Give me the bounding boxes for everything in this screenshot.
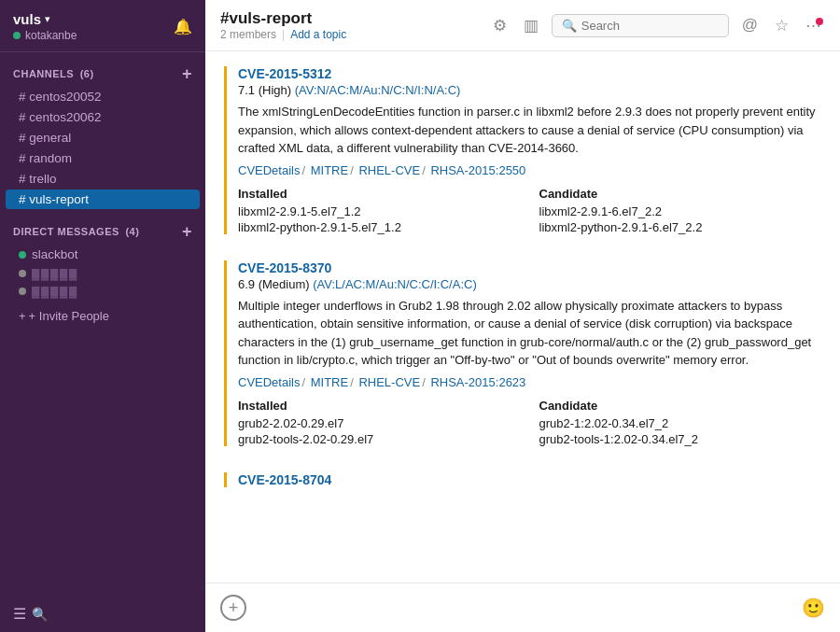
search-input[interactable]	[581, 19, 703, 33]
header-icons: ⚙ ▥ 🔍 @ ☆ ⋯	[489, 12, 825, 39]
username: kotakanbe	[25, 29, 77, 42]
invite-people-label: + Invite People	[29, 309, 109, 323]
add-dm-button[interactable]: +	[182, 223, 192, 240]
rhsa-link-1[interactable]: RHSA-2015:2550	[430, 163, 525, 177]
severity-vector-link-2[interactable]: (AV:L/AC:M/Au:N/C:C/I:C/A:C)	[313, 277, 477, 291]
dm-label: ▓▓▓▓▓	[32, 286, 78, 297]
meta-separator: |	[282, 28, 285, 41]
add-attachment-button[interactable]: +	[220, 595, 246, 621]
search-icon: 🔍	[562, 19, 577, 33]
cve-severity-1: 7.1 (High) (AV:N/AC:M/Au:N/C:N/I:N/A:C)	[238, 83, 821, 97]
channel-meta: 2 members | Add a topic	[220, 28, 346, 41]
installed-header-1: Installed	[238, 187, 521, 201]
sidebar-item-random[interactable]: # random	[6, 148, 200, 168]
channel-label: # centos20062	[19, 110, 102, 124]
channel-label: # random	[19, 151, 72, 165]
sidebar-item-general[interactable]: # general	[6, 128, 200, 147]
dm-offline-dot	[19, 270, 26, 277]
dm-item-3[interactable]: ▓▓▓▓▓	[6, 283, 200, 300]
mitre-link-2[interactable]: MITRE	[311, 375, 348, 389]
cve-desc-2: Multiple integer underflows in Grub2 1.9…	[238, 297, 821, 370]
cve-id-3[interactable]: CVE-2015-8704	[238, 472, 821, 487]
mitre-link-1[interactable]: MITRE	[311, 163, 348, 177]
more-icon[interactable]: ⋯	[802, 13, 825, 38]
cvedetails-link-1[interactable]: CVEDetails	[238, 163, 300, 177]
emoji-icon[interactable]: 🙂	[802, 597, 825, 619]
workspace-header: vuls ▾ kotakanbe 🔔	[0, 0, 205, 52]
dm-label: DIRECT MESSAGES (4)	[13, 226, 139, 237]
candidate-header-1: Candidate	[539, 187, 822, 201]
at-icon[interactable]: @	[738, 12, 762, 38]
cve-id-1[interactable]: CVE-2015-5312	[238, 66, 821, 81]
dm-section-header: DIRECT MESSAGES (4) +	[0, 210, 205, 244]
installed-val-2-1: grub2-tools-2.02-0.29.el7	[238, 432, 521, 446]
sidebar-item-trello[interactable]: # trello	[6, 169, 200, 189]
candidate-val-2-1: grub2-tools-1:2.02-0.34.el7_2	[539, 432, 822, 446]
channel-label: # trello	[19, 172, 57, 186]
channel-label: # vuls-report	[19, 192, 89, 206]
cve-desc-1: The xmlStringLenDecodeEntities function …	[238, 103, 821, 158]
installed-val-2-0: grub2-2.02-0.29.el7	[238, 416, 521, 430]
cve-block-2: CVE-2015-8370 6.9 (Medium) (AV:L/AC:M/Au…	[224, 260, 821, 446]
add-topic-link[interactable]: Add a topic	[290, 28, 346, 41]
severity-vector-link-1[interactable]: (AV:N/AC:M/Au:N/C:N/I:N/A:C)	[295, 83, 461, 97]
rhsa-link-2[interactable]: RHSA-2015:2623	[430, 375, 525, 389]
sidebar-bottom-search[interactable]: ☰ 🔍	[0, 596, 205, 632]
notification-badge	[816, 18, 823, 25]
dm-offline-dot	[19, 288, 26, 295]
workspace-user: kotakanbe	[13, 29, 77, 42]
dm-label: slackbot	[32, 247, 78, 261]
sidebar-item-centos20052[interactable]: # centos20052	[6, 87, 200, 106]
settings-icon[interactable]: ⚙	[489, 12, 511, 39]
workspace-chevron-icon: ▾	[45, 13, 50, 25]
channel-label: # general	[19, 131, 71, 145]
channel-label: # centos20052	[19, 90, 102, 104]
members-count: 2 members	[220, 28, 276, 41]
channel-title: #vuls-report	[220, 9, 346, 28]
dm-item-slackbot[interactable]: slackbot	[6, 245, 200, 264]
layout-icon[interactable]: ▥	[520, 12, 542, 39]
workspace-name: vuls	[13, 11, 41, 27]
channels-label: CHANNELS (6)	[13, 68, 94, 79]
candidate-header-2: Candidate	[539, 399, 822, 413]
candidate-val-2-0: grub2-1:2.02-0.34.el7_2	[539, 416, 822, 430]
message-input-bar: + 🙂	[205, 583, 840, 632]
candidate-val-1-1: libxml2-python-2.9.1-6.el7_2.2	[539, 220, 822, 234]
star-icon[interactable]: ☆	[771, 12, 792, 39]
more-options-container: ⋯	[802, 16, 825, 35]
channel-header: #vuls-report 2 members | Add a topic ⚙ ▥…	[205, 0, 840, 51]
cve-block-1: CVE-2015-5312 7.1 (High) (AV:N/AC:M/Au:N…	[224, 66, 821, 234]
invite-people-button[interactable]: + + Invite People	[6, 302, 200, 330]
rhel-cve-link-1[interactable]: RHEL-CVE	[358, 163, 420, 177]
cve-table-1: Installed Candidate libxml2-2.9.1-5.el7_…	[238, 187, 821, 234]
severity-score-1: 7.1 (High)	[238, 83, 291, 97]
online-status-dot	[13, 32, 21, 39]
cvedetails-link-2[interactable]: CVEDetails	[238, 375, 300, 389]
workspace-name-row[interactable]: vuls ▾	[13, 11, 77, 27]
channels-section-header: CHANNELS (6) +	[0, 52, 205, 86]
installed-val-1-1: libxml2-python-2.9.1-5.el7_1.2	[238, 220, 521, 234]
installed-val-1-0: libxml2-2.9.1-5.el7_1.2	[238, 204, 521, 218]
search-icon: 🔍	[32, 607, 48, 622]
search-box[interactable]: 🔍	[552, 14, 729, 37]
installed-header-2: Installed	[238, 399, 521, 413]
cve-links-1: CVEDetails/ MITRE/ RHEL-CVE/ RHSA-2015:2…	[238, 163, 821, 177]
cve-id-2[interactable]: CVE-2015-8370	[238, 260, 821, 275]
bell-icon[interactable]: 🔔	[174, 18, 192, 35]
channel-title-block: #vuls-report 2 members | Add a topic	[220, 9, 346, 41]
sidebar-item-centos20062[interactable]: # centos20062	[6, 107, 200, 127]
add-channel-button[interactable]: +	[182, 65, 192, 82]
cve-links-2: CVEDetails/ MITRE/ RHEL-CVE/ RHSA-2015:2…	[238, 375, 821, 389]
dm-item-2[interactable]: ▓▓▓▓▓	[6, 265, 200, 282]
main-panel: #vuls-report 2 members | Add a topic ⚙ ▥…	[205, 0, 840, 632]
channels-list: # centos20052 # centos20062 # general # …	[0, 86, 205, 210]
rhel-cve-link-2[interactable]: RHEL-CVE	[358, 375, 420, 389]
candidate-val-1-0: libxml2-2.9.1-6.el7_2.2	[539, 204, 822, 218]
messages-area: CVE-2015-5312 7.1 (High) (AV:N/AC:M/Au:N…	[205, 51, 840, 583]
dm-list: slackbot ▓▓▓▓▓ ▓▓▓▓▓	[0, 244, 205, 301]
cve-severity-2: 6.9 (Medium) (AV:L/AC:M/Au:N/C:C/I:C/A:C…	[238, 277, 821, 291]
message-input[interactable]	[256, 600, 792, 615]
sidebar-item-vuls-report[interactable]: # vuls-report	[6, 190, 200, 209]
severity-score-2: 6.9 (Medium)	[238, 277, 310, 291]
cve-table-2: Installed Candidate grub2-2.02-0.29.el7 …	[238, 399, 821, 446]
